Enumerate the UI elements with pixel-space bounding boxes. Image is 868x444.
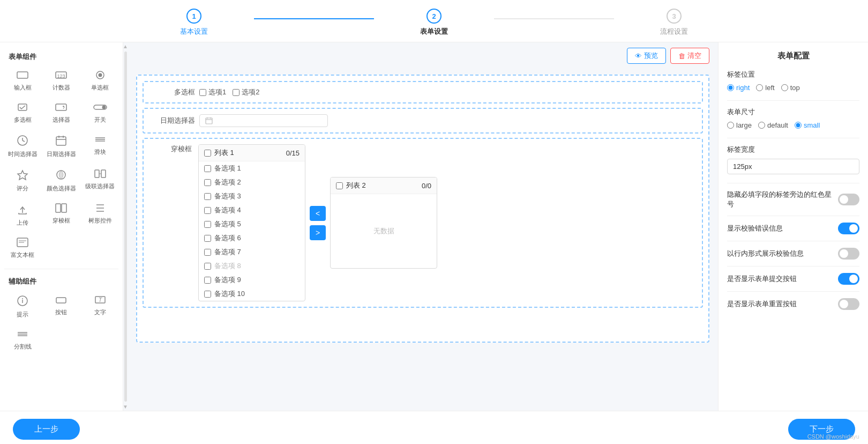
sidebar-item-counter-label: 计数器: [53, 84, 70, 92]
transfer-item-checkbox-2[interactable]: [204, 179, 211, 186]
sidebar-item-cascade[interactable]: 级联选择器: [82, 165, 118, 197]
checkbox-option-1[interactable]: 选项1: [199, 87, 226, 97]
transfer-list1-select-all[interactable]: [204, 150, 211, 157]
radio-small[interactable]: [795, 122, 802, 129]
transfer-item-checkbox-6[interactable]: [204, 235, 211, 242]
sidebar-item-star[interactable]: 评分: [4, 165, 41, 197]
show-reset-toggle[interactable]: [838, 298, 859, 310]
config-label-width: 标签宽度: [727, 145, 859, 174]
transfer-item-checkbox-3[interactable]: [204, 193, 211, 200]
radio-top[interactable]: [781, 84, 788, 91]
hide-star-toggle[interactable]: [838, 194, 859, 205]
sidebar-item-date[interactable]: 日期选择器: [43, 130, 79, 162]
checkbox-input-1[interactable]: [199, 89, 206, 96]
sidebar-item-divider[interactable]: 分割线: [4, 325, 41, 355]
sidebar-item-text[interactable]: T 文字: [82, 291, 118, 323]
sidebar-item-color[interactable]: 颜色选择器: [43, 165, 79, 197]
transfer-item-10[interactable]: 备选项 10: [199, 287, 305, 301]
star-icon: [17, 169, 28, 183]
transfer-item-checkbox-7[interactable]: [204, 249, 211, 256]
transfer-item-4[interactable]: 备选项 4: [199, 203, 305, 217]
step-1[interactable]: 1 基本设置: [134, 9, 254, 36]
sidebar-item-counter[interactable]: 123 计数器: [43, 66, 79, 96]
sidebar-item-checkbox[interactable]: 多选框: [4, 98, 41, 128]
label-position-top[interactable]: top: [781, 84, 800, 92]
sidebar-item-selector[interactable]: 选择器: [43, 98, 79, 128]
label-position-title: 标签位置: [727, 70, 859, 79]
upload-icon: [17, 203, 28, 218]
form-row-checkbox: 多选框 选项1 选项2: [143, 81, 703, 103]
show-submit-toggle[interactable]: [838, 273, 859, 285]
sidebar-item-input[interactable]: 输入框: [4, 66, 41, 96]
sidebar-item-color-label: 颜色选择器: [47, 184, 76, 193]
radio-large[interactable]: [727, 122, 734, 129]
sidebar-item-transfer[interactable]: 穿梭框: [43, 199, 79, 231]
transfer-item-6[interactable]: 备选项 6: [199, 231, 305, 245]
date-input[interactable]: [199, 114, 328, 127]
preview-button[interactable]: 👁 预览: [627, 48, 666, 64]
size-large[interactable]: large: [727, 121, 752, 129]
step-3[interactable]: 3 流程设置: [614, 9, 734, 36]
sidebar-item-tip[interactable]: 提示: [4, 291, 41, 323]
radio-right[interactable]: [727, 84, 734, 91]
divider-6: [727, 266, 859, 267]
divider-2: [727, 138, 859, 138]
checkbox-option-2[interactable]: 选项2: [233, 87, 259, 97]
transfer-list2-empty: 无数据: [331, 194, 437, 268]
transfer-list2-body: 无数据: [331, 194, 437, 268]
transfer-item-9[interactable]: 备选项 9: [199, 273, 305, 287]
sidebar-item-upload[interactable]: 上传: [4, 199, 41, 231]
sidebar-item-star-label: 评分: [17, 184, 28, 193]
transfer-item-1[interactable]: 备选项 1: [199, 161, 305, 175]
label-width-input[interactable]: [727, 159, 859, 174]
sidebar-item-radio[interactable]: 单选框: [82, 66, 118, 96]
transfer-item-2[interactable]: 备选项 2: [199, 175, 305, 189]
button-icon: [55, 295, 67, 307]
sidebar-item-button[interactable]: 按钮: [43, 291, 79, 323]
transfer-item-7[interactable]: 备选项 7: [199, 245, 305, 259]
transfer-list1-body[interactable]: 备选项 1备选项 2备选项 3备选项 4备选项 5备选项 6备选项 7备选项 8…: [199, 161, 305, 301]
transfer-left-arrow[interactable]: <: [310, 206, 326, 221]
transfer-item-3[interactable]: 备选项 3: [199, 189, 305, 203]
sidebar-item-time[interactable]: 时间选择器: [4, 130, 41, 162]
scroll-thumb: [124, 51, 127, 402]
label-position-right[interactable]: right: [727, 84, 750, 92]
step-2[interactable]: 2 表单设置: [374, 9, 494, 36]
transfer-item-checkbox-4[interactable]: [204, 207, 211, 214]
sidebar-item-richtext-label: 富文本框: [11, 251, 34, 259]
transfer-item-checkbox-1[interactable]: [204, 165, 211, 172]
label-position-left[interactable]: left: [756, 84, 774, 92]
checkbox-input-2[interactable]: [233, 89, 240, 96]
sidebar-item-toggle[interactable]: 开关: [82, 98, 118, 128]
inline-error-toggle[interactable]: [838, 248, 859, 260]
sidebar-item-richtext[interactable]: 富文本框: [4, 233, 41, 263]
checkbox-group: 选项1 选项2: [199, 87, 259, 97]
transfer-container: 列表 1 0/15 备选项 1备选项 2备选项 3备选项 4备选项 5备选项 6…: [198, 144, 437, 301]
sidebar-item-transfer-label: 穿梭框: [53, 217, 70, 225]
transfer-item-8[interactable]: 备选项 8: [199, 259, 305, 273]
transfer-list2-select-all[interactable]: [336, 182, 343, 189]
step-line-2: [494, 18, 614, 19]
form-row-transfer: 穿梭框 列表 1 0/15: [143, 138, 703, 308]
sidebar-item-slider-label: 滑块: [94, 148, 106, 156]
clear-button[interactable]: 🗑 清空: [670, 48, 709, 64]
step-1-circle: 1: [186, 9, 201, 24]
back-button[interactable]: 上一步: [13, 419, 80, 440]
input-icon: [17, 70, 28, 83]
transfer-item-checkbox-10[interactable]: [204, 291, 211, 298]
radio-left[interactable]: [756, 84, 763, 91]
transfer-right-arrow[interactable]: >: [310, 225, 326, 240]
size-default[interactable]: default: [758, 121, 788, 129]
transfer-item-5[interactable]: 备选项 5: [199, 217, 305, 231]
svg-text:123: 123: [57, 73, 65, 79]
sidebar-item-slider[interactable]: 滑块: [82, 130, 118, 162]
canvas-scroll[interactable]: ▲ ▼: [123, 42, 128, 411]
transfer-item-checkbox-5[interactable]: [204, 221, 211, 228]
sidebar-item-tree[interactable]: 树形控件: [82, 199, 118, 231]
transfer-item-checkbox-8[interactable]: [204, 263, 211, 270]
radio-default[interactable]: [758, 122, 765, 129]
size-small[interactable]: small: [795, 121, 820, 129]
slider-icon: [94, 135, 106, 147]
show-error-toggle[interactable]: [838, 223, 859, 234]
transfer-item-checkbox-9[interactable]: [204, 277, 211, 284]
